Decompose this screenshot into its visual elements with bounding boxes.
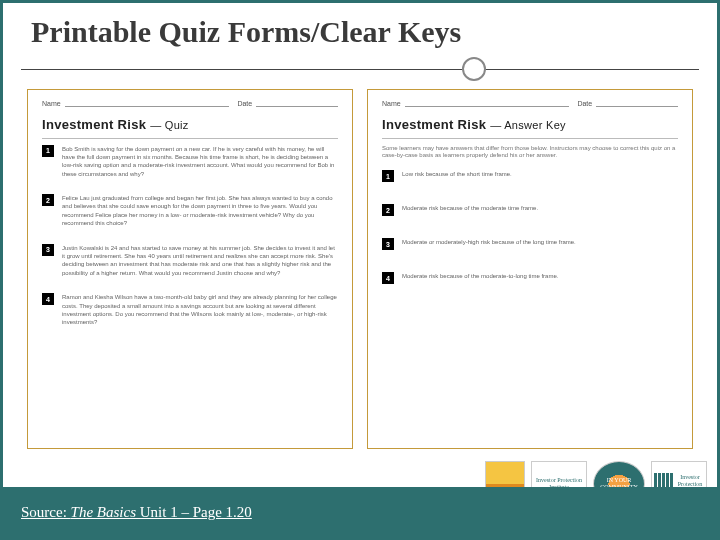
item-text: Low risk because of the short time frame… [402, 170, 678, 182]
item-number: 3 [382, 238, 394, 250]
key-heading: Investment Risk — Answer Key [382, 117, 678, 132]
answer-key-sheet: Name Date Investment Risk — Answer Key S… [367, 89, 693, 449]
item-number: 1 [382, 170, 394, 182]
quiz-sheet: Name Date Investment Risk — Quiz 1Bob Sm… [27, 89, 353, 449]
key-note: Some learners may have answers that diff… [382, 145, 678, 161]
item-text: Justin Kowalski is 24 and has started to… [62, 244, 338, 278]
item-text: Bob Smith is saving for the down payment… [62, 145, 338, 179]
item-number: 2 [382, 204, 394, 216]
date-field: Date [577, 98, 678, 107]
quiz-questions: 1Bob Smith is saving for the down paymen… [42, 145, 338, 327]
item-number: 4 [42, 293, 54, 305]
quiz-heading: Investment Risk — Quiz [42, 117, 338, 132]
item-number: 2 [42, 194, 54, 206]
name-field: Name [382, 98, 569, 107]
list-item: 1Bob Smith is saving for the down paymen… [42, 145, 338, 179]
list-item: 4Ramon and Kiesha Wilson have a two-mont… [42, 293, 338, 327]
divider [21, 55, 699, 85]
item-number: 1 [42, 145, 54, 157]
footer-bar: Source: The Basics Unit 1 – Page 1.20 [3, 487, 717, 537]
list-item: 3Justin Kowalski is 24 and has started t… [42, 244, 338, 278]
list-item: 1Low risk because of the short time fram… [382, 170, 678, 182]
list-item: 4Moderate risk because of the moderate-t… [382, 272, 678, 284]
date-field: Date [237, 98, 338, 107]
name-field: Name [42, 98, 229, 107]
item-number: 4 [382, 272, 394, 284]
item-text: Moderate risk because of the moderate ti… [402, 204, 678, 216]
list-item: 3Moderate or moderately-high risk becaus… [382, 238, 678, 250]
item-text: Moderate risk because of the moderate-to… [402, 272, 678, 284]
slide-title: Printable Quiz Forms/Clear Keys [3, 3, 717, 55]
item-text: Felice Lau just graduated from college a… [62, 194, 338, 228]
item-text: Moderate or moderately-high risk because… [402, 238, 678, 250]
item-text: Ramon and Kiesha Wilson have a two-month… [62, 293, 338, 327]
list-item: 2Moderate risk because of the moderate t… [382, 204, 678, 216]
source-citation: Source: The Basics Unit 1 – Page 1.20 [21, 504, 252, 521]
divider-circle [462, 57, 486, 81]
document-previews: Name Date Investment Risk — Quiz 1Bob Sm… [3, 85, 717, 449]
item-number: 3 [42, 244, 54, 256]
key-answers: 1Low risk because of the short time fram… [382, 170, 678, 284]
list-item: 2Felice Lau just graduated from college … [42, 194, 338, 228]
